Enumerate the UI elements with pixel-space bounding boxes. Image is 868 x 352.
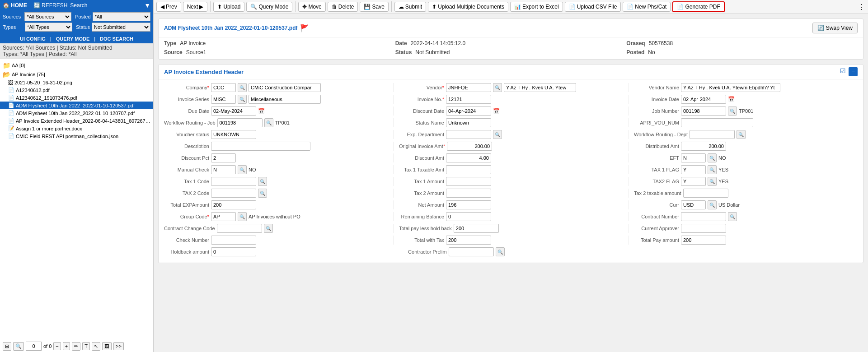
cursor-button[interactable]: ↖ — [92, 342, 100, 351]
eft-search-button[interactable]: 🔍 — [708, 153, 717, 162]
total-pay-input[interactable] — [681, 236, 726, 245]
vendor-name-input[interactable] — [504, 83, 576, 92]
curr-code-input[interactable] — [681, 200, 706, 209]
upload-csv-button[interactable]: 📄 Upload CSV File — [565, 2, 621, 12]
tree-item-aa[interactable]: 📁 AA [0] — [0, 61, 153, 70]
prev-button[interactable]: ◀ Prev — [156, 2, 181, 12]
posted-select[interactable]: *All — [93, 12, 151, 21]
zoom-out-button[interactable]: − — [53, 342, 61, 350]
tax1-flag-search-button[interactable]: 🔍 — [708, 165, 717, 174]
discount-amt-input[interactable] — [446, 153, 491, 162]
tax1-code-input[interactable] — [211, 177, 256, 186]
page-input[interactable] — [26, 342, 42, 351]
list-item[interactable]: 📝 Assign 1 or more partner.docx — [0, 125, 153, 132]
invoice-date-calendar-icon[interactable]: 📅 — [728, 96, 735, 102]
tax2-amount-input[interactable] — [446, 189, 491, 198]
swap-view-button[interactable]: 🔄 Swap View — [812, 23, 858, 33]
status-select[interactable]: Not Submitted — [92, 23, 150, 32]
discount-pct-input[interactable] — [211, 153, 236, 162]
more-options-icon[interactable]: ⋮ — [858, 3, 865, 11]
contractor-prelim-input[interactable] — [449, 247, 494, 256]
list-item[interactable]: 📄 ADM Flysheet 10th Jan 2022_2022-01-10-… — [0, 109, 153, 117]
manual-check-code-input[interactable] — [211, 165, 236, 174]
vendor-code-input[interactable] — [446, 83, 491, 92]
query-mode-button[interactable]: 🔍 Query Mode — [246, 2, 292, 12]
more-tools-button[interactable]: >> — [113, 342, 124, 350]
contractor-prelim-search-button[interactable]: 🔍 — [496, 247, 505, 256]
generate-pdf-button[interactable]: 📄 Generate PDF — [672, 1, 724, 12]
new-phs-cat-button[interactable]: 📄 New Phs/Cat — [623, 2, 671, 12]
next-button[interactable]: Next ▶ — [183, 2, 208, 12]
invoice-no-input[interactable] — [446, 95, 491, 104]
invoice-series-search-button[interactable]: 🔍 — [238, 95, 247, 104]
image-tool-button[interactable]: 🖼 — [102, 342, 112, 350]
invoice-series-code-input[interactable] — [211, 95, 236, 104]
tax2-code-search-button[interactable]: 🔍 — [258, 189, 267, 198]
vendor-full-name-input[interactable] — [681, 83, 780, 92]
list-item[interactable]: 📄 A12340612_191073476.pdf — [0, 94, 153, 102]
tax1-taxable-input[interactable] — [446, 165, 491, 174]
job-number-search-button[interactable]: 🔍 — [728, 107, 737, 116]
contract-change-search-button[interactable]: 🔍 — [264, 224, 273, 233]
total-exp-input[interactable] — [211, 200, 256, 209]
manual-check-search-button[interactable]: 🔍 — [238, 165, 247, 174]
curr-search-button[interactable]: 🔍 — [708, 200, 717, 209]
search-label[interactable]: Search — [70, 2, 87, 9]
description-input[interactable] — [211, 142, 310, 151]
home-button[interactable]: 🏠 HOME — [3, 2, 27, 9]
check-number-input[interactable] — [211, 236, 256, 245]
net-amount-input[interactable] — [446, 200, 491, 209]
discount-date-input[interactable] — [446, 107, 491, 116]
workflow-dept-search-button[interactable]: 🔍 — [737, 130, 746, 139]
apri-vou-input[interactable] — [681, 118, 753, 127]
ui-config-link[interactable]: UI CONFIG — [20, 36, 46, 42]
total-with-tax-input[interactable] — [446, 236, 491, 245]
text-button[interactable]: T — [82, 342, 90, 350]
list-item[interactable]: 📄 AP Invoice Extended Header_2022-06-04-… — [0, 117, 153, 125]
remaining-balance-input[interactable] — [446, 212, 491, 221]
invoice-series-name-input[interactable] — [249, 95, 321, 104]
search-tree-button[interactable]: 🔍 — [13, 342, 24, 351]
filter-icon[interactable]: ▼ — [144, 2, 150, 9]
list-item[interactable]: 📄 CMiC Field REST API postman_collection… — [0, 132, 153, 140]
submit-button[interactable]: ☁ Submit — [394, 2, 426, 12]
eft-code-input[interactable] — [681, 153, 706, 162]
invoice-date-input[interactable] — [681, 95, 726, 104]
tax1-amount-input[interactable] — [446, 177, 491, 186]
form-collapse-button[interactable]: − — [849, 67, 858, 76]
current-approver-input[interactable] — [681, 224, 726, 233]
holdback-input[interactable] — [211, 247, 256, 256]
discount-date-calendar-icon[interactable]: 📅 — [493, 108, 500, 114]
upload-button[interactable]: ⬆ Upload — [213, 2, 244, 12]
list-item[interactable]: 📄 A12340612.pdf — [0, 86, 153, 94]
group-code-search-button[interactable]: 🔍 — [238, 212, 247, 221]
due-date-calendar-icon[interactable]: 📅 — [258, 108, 265, 114]
list-item-active[interactable]: 📄 ADM Flysheet 10th Jan 2022_2022-01-10-… — [0, 102, 153, 109]
group-code-input[interactable] — [211, 212, 236, 221]
workflow-job-input[interactable] — [217, 118, 263, 127]
tax1-code-search-button[interactable]: 🔍 — [258, 177, 267, 186]
vendor-search-button[interactable]: 🔍 — [493, 83, 502, 92]
delete-button[interactable]: 🗑 Delete — [328, 2, 358, 12]
tax2-flag-code-input[interactable] — [681, 177, 706, 186]
form-check-icon[interactable]: ☑ — [840, 67, 846, 76]
job-number-input[interactable] — [681, 107, 726, 116]
tree-item-ap-invoice[interactable]: 📂 AP Invoice [75] — [0, 70, 153, 79]
tax2-flag-search-button[interactable]: 🔍 — [708, 177, 717, 186]
tax2-code-input[interactable] — [211, 189, 256, 198]
contract-number-search-button[interactable]: 🔍 — [728, 212, 737, 221]
upload-multiple-button[interactable]: ⬆ Upload Multiple Documents — [428, 2, 508, 12]
company-name-input[interactable] — [249, 83, 321, 92]
export-excel-button[interactable]: 📊 Export to Excel — [510, 2, 563, 12]
query-mode-link[interactable]: QUERY MODE — [56, 36, 90, 42]
due-date-input[interactable] — [211, 107, 256, 116]
exp-dept-input[interactable] — [446, 130, 491, 139]
sources-select[interactable]: *All Sources — [24, 12, 71, 21]
status-name-input[interactable] — [446, 118, 491, 127]
workflow-job-search-button[interactable]: 🔍 — [264, 118, 273, 127]
workflow-dept-input[interactable] — [690, 130, 735, 139]
refresh-button[interactable]: 🔄 REFRESH — [33, 2, 67, 9]
total-pay-less-input[interactable] — [454, 224, 499, 233]
company-search-button[interactable]: 🔍 — [238, 83, 247, 92]
voucher-status-input[interactable] — [211, 130, 256, 139]
